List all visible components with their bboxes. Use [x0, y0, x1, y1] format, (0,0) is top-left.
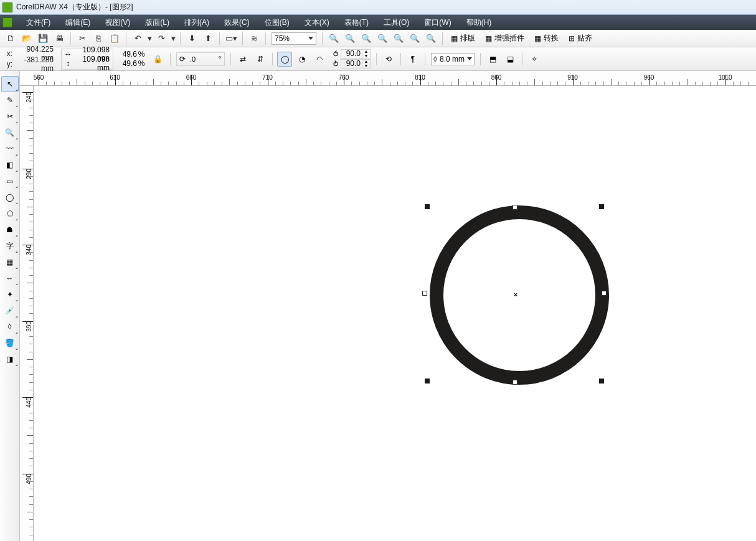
spinner[interactable]: ▲▼ — [362, 59, 371, 68]
tool-smartfill[interactable]: ◧ — [1, 157, 19, 173]
selection-handle-bl[interactable] — [425, 379, 430, 383]
tool-zoom[interactable]: 🔍 — [1, 125, 19, 141]
tool-eyedropper[interactable]: 💉 — [1, 303, 19, 319]
menu-edit[interactable]: 编辑(E) — [58, 15, 98, 30]
tool-freehand[interactable]: 〰 — [1, 141, 19, 157]
selection-handle-mr[interactable] — [602, 291, 607, 296]
tool-text[interactable]: 字 — [1, 238, 19, 254]
rotation-input[interactable]: ⟳ .0 ° — [176, 52, 225, 66]
arc-start-value[interactable]: 90.0 — [341, 49, 362, 59]
tool-crop[interactable]: ✂ — [1, 108, 19, 125]
selection-center-marker[interactable]: × — [514, 291, 517, 298]
ellipse-mode-button[interactable]: ◯ — [277, 52, 292, 67]
canvas[interactable]: × — [34, 86, 756, 541]
zoom-all-button[interactable]: 🔍 — [375, 31, 390, 46]
separator — [219, 32, 220, 45]
rotation-value[interactable]: .0 — [188, 55, 215, 63]
zoom-in-button[interactable]: 🔍 — [326, 31, 341, 46]
new-button[interactable]: 🗋 — [3, 31, 18, 46]
tool-shape[interactable]: ✎ — [1, 92, 19, 108]
doc-icon[interactable] — [2, 17, 12, 27]
selection-handle-tl[interactable] — [425, 204, 430, 209]
undo-button[interactable]: ↶ — [130, 31, 145, 46]
zoom-selection-button[interactable]: 🔍 — [359, 31, 374, 46]
menu-layout[interactable]: 版面(L) — [138, 15, 177, 30]
cut-button[interactable]: ✂ — [75, 31, 90, 46]
print-button[interactable]: 🖶 — [52, 31, 67, 46]
arc-end-icon: ⥁ — [331, 60, 341, 68]
menu-window[interactable]: 窗口(W) — [417, 15, 458, 30]
selection-handle-br[interactable] — [599, 379, 604, 383]
app-launcher-button[interactable]: ▭▾ — [224, 31, 239, 46]
to-back-button[interactable]: ⬓ — [503, 52, 517, 67]
height-icon: ↕ — [64, 59, 72, 68]
menu-help[interactable]: 帮助(H) — [459, 15, 499, 30]
panel-snap-button[interactable]: ⊞贴齐 — [564, 31, 597, 46]
selection-handle-tr[interactable] — [599, 204, 604, 209]
copy-button[interactable]: ⎘ — [91, 31, 106, 46]
mirror-h-button[interactable]: ⇄ — [235, 52, 250, 67]
tool-fill[interactable]: 🪣 — [1, 335, 19, 351]
zoom-page-button[interactable]: 🔍 — [391, 31, 406, 46]
outline-width-select[interactable]: ◊ 8.0 mm — [431, 53, 475, 65]
panel-plugins-button[interactable]: ▦增强插件 — [481, 31, 529, 46]
ruler-horizontal[interactable]: 5606106607107608108609109601010106011101… — [20, 71, 756, 86]
redo-drop[interactable]: ▾ — [170, 31, 176, 46]
mirror-v-button[interactable]: ⇵ — [253, 52, 268, 67]
tool-outline[interactable]: ◊ — [1, 319, 19, 335]
height-value[interactable]: 109.098 mm — [72, 55, 111, 72]
menu-file[interactable]: 文件(F) — [19, 15, 58, 30]
selection-handle-tm[interactable] — [513, 205, 517, 210]
zoom-select[interactable]: 75% — [272, 32, 316, 45]
save-button[interactable]: 💾 — [35, 31, 50, 46]
tool-table[interactable]: ▦ — [1, 254, 19, 270]
tool-polygon[interactable]: ⬠ — [1, 205, 19, 222]
arc-mode-button[interactable]: ◠ — [312, 52, 327, 67]
tool-rectangle[interactable]: ▭ — [1, 173, 19, 189]
open-button[interactable]: 📂 — [19, 31, 34, 46]
export-button[interactable]: ⬆ — [201, 31, 215, 46]
zoom-width-button[interactable]: 🔍 — [407, 31, 422, 46]
panel-convert-button[interactable]: ▦转换 — [530, 31, 563, 46]
size-block: ↔109.098 mm ↕109.098 mm — [61, 49, 113, 70]
menu-text[interactable]: 文本(X) — [297, 15, 337, 30]
tool-interactive-fill[interactable]: ◨ — [1, 351, 19, 367]
tool-basic-shape[interactable]: ☗ — [1, 222, 19, 238]
wrap-text-button[interactable]: ¶ — [405, 52, 420, 67]
paste-button[interactable]: 📋 — [107, 31, 122, 46]
tool-dimension[interactable]: ↔ — [1, 270, 19, 286]
tool-interactive[interactable]: ✦ — [1, 286, 19, 303]
scale-x-value[interactable]: 49.6 — [118, 50, 137, 59]
import-button[interactable]: ⬇ — [184, 31, 199, 46]
selection-handle-ml[interactable] — [422, 291, 427, 296]
welcome-button[interactable]: ≋ — [247, 31, 262, 46]
menu-arrange[interactable]: 排列(A) — [177, 15, 217, 30]
separator — [265, 32, 266, 45]
menu-effects[interactable]: 效果(C) — [217, 15, 257, 30]
zoom-out-button[interactable]: 🔍 — [343, 31, 357, 46]
tool-pick[interactable]: ↖ — [1, 76, 19, 92]
arc-direction-button[interactable]: ⟲ — [381, 52, 396, 67]
separator — [322, 32, 323, 45]
menu-tools[interactable]: 工具(O) — [376, 15, 417, 30]
menu-table[interactable]: 表格(T) — [337, 15, 376, 30]
menu-bitmaps[interactable]: 位图(B) — [257, 15, 297, 30]
scale-y-value[interactable]: 49.6 — [118, 59, 137, 68]
zoom-height-button[interactable]: 🔍 — [423, 31, 438, 46]
convert-curves-button[interactable]: ✧ — [527, 52, 542, 67]
ruler-vertical[interactable]: 240290340390440490540 — [20, 86, 34, 541]
selection-handle-bm[interactable] — [513, 380, 517, 385]
undo-drop[interactable]: ▾ — [146, 31, 153, 46]
y-value[interactable]: -381.286 mm — [12, 55, 55, 73]
zoom-value: 75% — [275, 34, 290, 43]
redo-button[interactable]: ↷ — [154, 31, 169, 46]
spinner[interactable]: ▲▼ — [362, 49, 371, 59]
pie-mode-button[interactable]: ◔ — [295, 52, 309, 67]
lock-ratio-button[interactable]: 🔒 — [151, 50, 164, 68]
selected-ellipse-object[interactable] — [430, 205, 609, 385]
panel-layout-button[interactable]: ▦排版 — [447, 31, 480, 46]
to-front-button[interactable]: ⬒ — [485, 52, 500, 67]
tool-ellipse[interactable]: ◯ — [1, 189, 19, 205]
arc-end-value[interactable]: 90.0 — [341, 59, 362, 68]
menu-view[interactable]: 视图(V) — [98, 15, 138, 30]
